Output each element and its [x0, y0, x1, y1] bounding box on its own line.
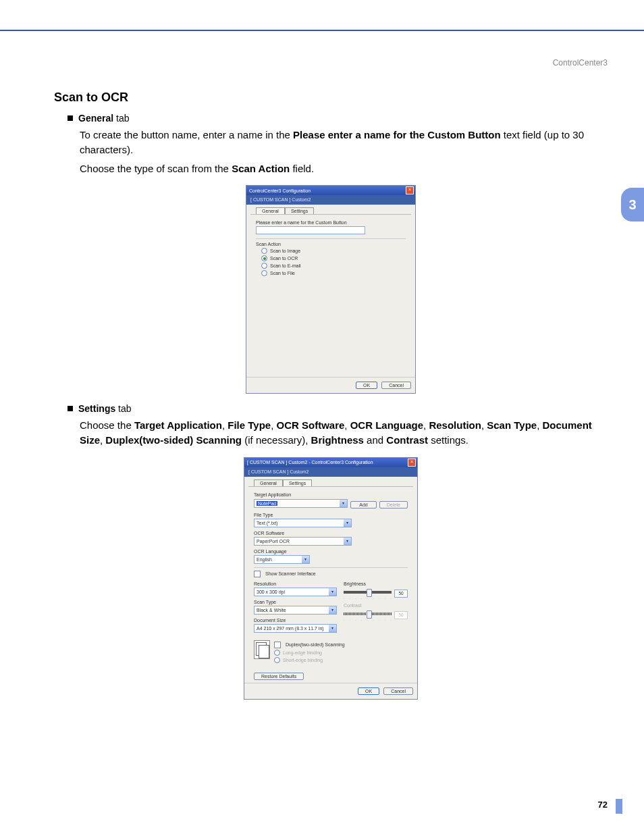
select-value: Black & White	[257, 608, 286, 613]
dialog-settings: [ CUSTOM SCAN ] Custom2 - ControlCenter3…	[244, 457, 418, 700]
name-input[interactable]	[256, 226, 365, 234]
name-label: Please enter a name for the Custom Butto…	[256, 220, 406, 225]
slider-thumb-icon	[367, 589, 372, 597]
resolution-label: Resolution	[254, 581, 337, 586]
tab-general[interactable]: General	[254, 479, 283, 486]
file-type-label: File Type	[254, 513, 408, 517]
bullet-bold: General	[78, 113, 113, 124]
divider	[254, 567, 408, 568]
radio-scan-to-email[interactable]: Scan to E-mail	[261, 263, 406, 269]
checkbox-label: Duplex(two-sided) Scanning	[286, 642, 345, 647]
checkbox-icon	[274, 642, 281, 648]
divider	[256, 238, 406, 239]
dialog-title: ControlCenter3 Configuration	[249, 188, 311, 193]
tab-general[interactable]: General	[256, 207, 285, 214]
bullet-settings: Settings tab	[68, 403, 608, 414]
text: settings.	[428, 434, 468, 446]
checkbox-label: Show Scanner Interface	[265, 571, 316, 576]
chevron-down-icon: ▾	[340, 500, 347, 507]
contrast-slider	[344, 610, 392, 617]
text: To create the button name, enter a name …	[80, 129, 293, 140]
top-border	[0, 0, 644, 31]
chevron-down-icon: ▾	[329, 588, 336, 596]
dialog-panel: Please enter a name for the Custom Butto…	[250, 214, 411, 377]
radio-scan-to-file[interactable]: Scan to File	[261, 270, 406, 276]
radio-long-edge: Long-edge binding	[274, 650, 345, 656]
text-bold: Scan Type	[487, 419, 537, 431]
brightness-slider[interactable]	[344, 589, 392, 596]
page: ControlCenter3 3 Scan to OCR General tab…	[0, 0, 644, 834]
para-settings: Choose the Target Application, File Type…	[80, 418, 608, 448]
ocr-software-select[interactable]: PaperPort OCR▾	[254, 537, 352, 546]
dialog-panel: Target Application NotePad▾ Add Delete F…	[248, 486, 413, 683]
scan-type-select[interactable]: Black & White▾	[254, 606, 337, 615]
content: Scan to OCR General tab To create the bu…	[54, 90, 608, 709]
page-number: 72	[598, 800, 608, 810]
doc-size-select[interactable]: A4 210 x 297 mm (8.3 x 11.7 in)▾	[254, 624, 337, 633]
select-value: Text (*.txt)	[257, 521, 278, 525]
contrast-value: 50	[394, 611, 408, 619]
dialog-buttons: OK Cancel	[244, 683, 417, 699]
contrast-label: Contrast	[344, 603, 408, 608]
text-bold: Resolution	[429, 419, 481, 431]
chevron-down-icon: ▾	[329, 606, 336, 614]
para-general-2: Choose the type of scan from the Scan Ac…	[80, 161, 608, 176]
text-bold: Brightness	[311, 434, 364, 446]
text-bold: Contrast	[386, 434, 428, 446]
text: field.	[290, 163, 314, 174]
dialog-general: ControlCenter3 Configuration × [ CUSTOM …	[246, 185, 416, 394]
close-icon[interactable]: ×	[408, 459, 416, 467]
dialog-tabs: General Settings	[256, 207, 415, 214]
brightness-label: Brightness	[344, 581, 408, 586]
ocr-software-label: OCR Software	[254, 531, 408, 536]
text-bold: Please enter a name for the Custom Butto…	[293, 129, 501, 140]
ocr-language-select[interactable]: English▾	[254, 555, 310, 564]
radio-icon	[261, 270, 267, 276]
page-accent	[616, 799, 622, 814]
bullet-text: General tab	[78, 113, 130, 124]
dialog-subtitle: [ CUSTOM SCAN ] Custom2	[246, 195, 415, 205]
bullet-suffix: tab	[113, 113, 129, 124]
chevron-down-icon: ▾	[344, 538, 351, 545]
file-type-select[interactable]: Text (*.txt)▾	[254, 519, 352, 527]
cancel-button[interactable]: Cancel	[381, 382, 411, 389]
radio-label: Scan to File	[270, 271, 295, 276]
radio-icon	[261, 248, 267, 254]
text-bold: OCR Software	[277, 419, 345, 431]
tab-settings[interactable]: Settings	[283, 479, 312, 486]
radio-scan-to-image[interactable]: Scan to Image	[261, 248, 406, 254]
dialog-buttons: OK Cancel	[246, 377, 415, 393]
text: (if necessary),	[242, 434, 311, 446]
radio-icon	[261, 255, 267, 261]
show-scanner-checkbox[interactable]: Show Scanner Interface	[254, 571, 408, 577]
brightness-value[interactable]: 50	[394, 590, 408, 598]
breadcrumb: ControlCenter3	[553, 58, 608, 68]
close-icon[interactable]: ×	[406, 186, 414, 194]
text-bold: Target Application	[134, 419, 222, 431]
select-value: A4 210 x 297 mm (8.3 x 11.7 in)	[257, 626, 324, 631]
text-bold: Scan Action	[232, 163, 290, 174]
resolution-select[interactable]: 300 x 300 dpi▾	[254, 588, 337, 596]
duplex-checkbox[interactable]: Duplex(two-sided) Scanning	[274, 642, 345, 648]
ok-button[interactable]: OK	[356, 382, 377, 389]
tab-settings[interactable]: Settings	[285, 207, 314, 214]
text-bold: Duplex(two-sided) Scanning	[105, 434, 242, 446]
radio-label: Scan to E-mail	[270, 263, 301, 268]
radio-scan-to-ocr[interactable]: Scan to OCR	[261, 255, 406, 261]
dialog-titlebar: ControlCenter3 Configuration ×	[246, 186, 415, 195]
select-value: PaperPort OCR	[257, 539, 290, 544]
select-value: NotePad	[257, 501, 277, 506]
radio-label: Long-edge binding	[283, 650, 322, 655]
target-app-select[interactable]: NotePad▾	[254, 499, 348, 508]
scan-action-label: Scan Action	[256, 242, 406, 246]
restore-defaults-button[interactable]: Restore Defaults	[254, 673, 304, 680]
ocr-language-label: OCR Language	[254, 549, 408, 554]
bullet-text: Settings tab	[78, 403, 132, 414]
add-button[interactable]: Add	[350, 501, 376, 509]
ok-button[interactable]: OK	[358, 687, 379, 695]
bullet-suffix: tab	[115, 403, 131, 414]
chevron-down-icon: ▾	[344, 519, 351, 527]
dialog-titlebar: [ CUSTOM SCAN ] Custom2 - ControlCenter3…	[244, 458, 417, 467]
cancel-button[interactable]: Cancel	[383, 687, 413, 695]
radio-icon	[274, 657, 280, 663]
